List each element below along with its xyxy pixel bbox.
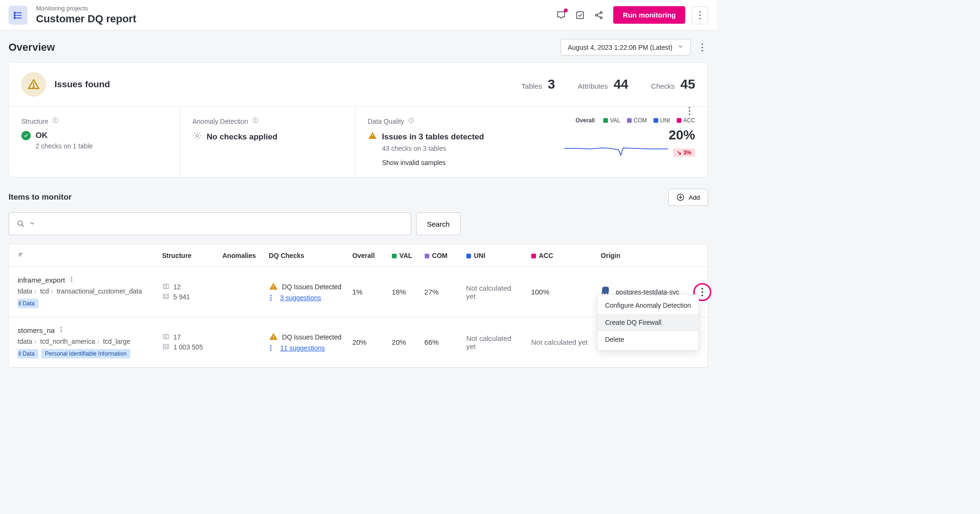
attributes-count: 44 <box>614 77 628 92</box>
svg-point-19 <box>33 86 34 87</box>
menu-configure-anomaly[interactable]: Configure Anomaly Detection <box>598 297 699 314</box>
overview-kebab[interactable] <box>697 43 708 52</box>
com-cell: 27% <box>419 288 461 296</box>
page-title: Customer DQ report <box>36 13 136 25</box>
svg-line-39 <box>22 225 24 227</box>
svg-rect-63 <box>163 344 169 349</box>
val-cell: 18% <box>387 288 420 296</box>
overall-legend-label: Overall <box>575 117 595 124</box>
delta-pill: ↘ 3% <box>673 148 695 157</box>
app-icon <box>9 6 27 25</box>
item-name[interactable]: inframe_export <box>18 276 65 284</box>
structure-status: OK <box>36 131 48 140</box>
overview-title: Overview <box>9 41 55 54</box>
acc-cell: 100% <box>526 288 596 296</box>
columns-icon <box>162 283 170 292</box>
svg-point-33 <box>689 110 690 111</box>
tables-label: Tables <box>521 82 542 90</box>
warning-icon <box>269 282 278 293</box>
menu-create-firewall[interactable]: Create DQ Firewall <box>598 314 699 331</box>
uni-cell: Not calculated yet <box>462 334 526 350</box>
col-com[interactable]: COM <box>432 252 448 259</box>
svg-line-10 <box>598 13 600 15</box>
menu-delete[interactable]: Delete <box>598 331 699 348</box>
overall-percent: 20% <box>564 128 695 143</box>
structure-title: Structure <box>21 118 48 125</box>
info-icon[interactable] <box>252 117 259 125</box>
tables-count: 3 <box>548 77 555 92</box>
col-origin[interactable]: Origin <box>596 252 689 259</box>
table-row: inframe_export tdata› tcd› transactional… <box>9 267 708 317</box>
tag-chip[interactable]: il Data <box>18 299 38 308</box>
run-monitoring-button[interactable]: Run monitoring <box>613 6 685 24</box>
overall-cell: 1% <box>347 288 387 296</box>
svg-point-56 <box>701 294 703 296</box>
timestamp-dropdown[interactable]: August 4, 2023 1:22:06 PM (Latest) <box>561 39 691 55</box>
rename-icon[interactable] <box>57 326 65 335</box>
warning-icon <box>368 131 377 143</box>
items-title: Items to monitor <box>9 193 72 202</box>
trend-sparkline <box>564 143 668 157</box>
item-name[interactable]: stomers_na <box>18 326 54 334</box>
breadcrumb[interactable]: Monitoring projects <box>36 5 136 12</box>
col-structure[interactable]: Structure <box>157 252 218 259</box>
sort-icon[interactable] <box>18 252 25 260</box>
svg-point-55 <box>701 291 703 293</box>
tag-chip[interactable]: Personal Identifiable Information <box>41 349 130 358</box>
col-val[interactable]: VAL <box>399 252 412 259</box>
trend-kebab[interactable] <box>684 107 695 115</box>
dq-title: Data Quality <box>368 118 404 125</box>
col-acc[interactable]: ACC <box>539 252 553 259</box>
dq-status: Issues in 3 tables detected <box>382 132 484 142</box>
add-label: Add <box>689 194 700 201</box>
svg-rect-0 <box>14 12 16 13</box>
anomaly-status: No checks applied <box>207 132 277 142</box>
svg-line-11 <box>598 15 600 17</box>
dq-panel: Data Quality Issues in 3 tables detected… <box>355 107 708 177</box>
row-actions-menu: Configure Anomaly Detection Create DQ Fi… <box>597 294 699 350</box>
tag-chip[interactable]: il Data <box>18 349 38 358</box>
comments-icon[interactable] <box>555 9 567 21</box>
columns-icon <box>162 333 170 342</box>
svg-rect-60 <box>163 334 169 339</box>
svg-point-67 <box>273 338 274 339</box>
svg-point-29 <box>411 119 411 119</box>
timestamp-label: August 4, 2023 1:22:06 PM (Latest) <box>568 44 672 51</box>
svg-point-26 <box>196 135 199 137</box>
svg-point-15 <box>701 43 703 45</box>
col-anomalies[interactable]: Anomalies <box>218 252 264 259</box>
legend-uni: UNI <box>660 117 670 124</box>
items-table: Structure Anomalies DQ Checks Overall VA… <box>9 244 708 368</box>
svg-rect-6 <box>577 11 584 18</box>
col-uni[interactable]: UNI <box>474 252 485 259</box>
rows-icon <box>162 343 170 352</box>
val-cell: 20% <box>387 338 420 346</box>
tasks-icon[interactable] <box>574 9 586 21</box>
svg-point-31 <box>372 137 373 138</box>
legend-val: VAL <box>610 117 620 124</box>
svg-rect-46 <box>163 284 168 288</box>
add-button[interactable]: Add <box>668 189 708 206</box>
svg-point-14 <box>699 18 700 19</box>
trend-box: Overall VAL COM UNI ACC 20% ↘ 3% <box>564 117 695 157</box>
search-input[interactable] <box>9 212 411 235</box>
col-overall[interactable]: Overall <box>347 252 387 259</box>
col-dq[interactable]: DQ Checks <box>264 252 347 259</box>
top-more-button[interactable] <box>692 6 708 24</box>
svg-point-22 <box>55 119 55 119</box>
suggestions-link[interactable]: 11 suggestions <box>280 344 325 352</box>
rename-icon[interactable] <box>68 275 75 285</box>
info-icon[interactable] <box>52 117 59 125</box>
structure-panel: Structure OK 2 checks on 1 table <box>9 107 180 177</box>
checks-label: Checks <box>651 82 675 90</box>
share-icon[interactable] <box>593 9 605 21</box>
info-icon[interactable] <box>408 117 415 125</box>
search-button[interactable]: Search <box>416 212 461 235</box>
suggestions-link[interactable]: 3 suggestions <box>280 294 321 302</box>
svg-rect-49 <box>163 294 168 298</box>
summary-card: Issues found Tables 3 Attributes 44 Chec… <box>9 62 708 177</box>
show-invalid-link[interactable]: Show invalid samples <box>382 159 695 166</box>
svg-point-54 <box>701 288 703 290</box>
chevron-down-icon[interactable] <box>29 220 36 228</box>
svg-point-38 <box>18 221 22 225</box>
